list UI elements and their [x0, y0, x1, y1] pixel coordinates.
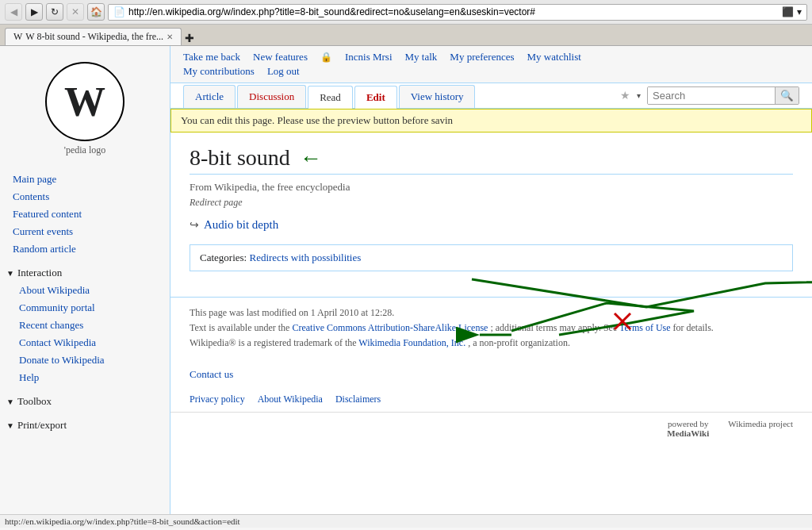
user-icon: 🔒 [320, 52, 332, 63]
terms-of-use-link[interactable]: Terms of Use [619, 322, 670, 333]
footer-logos: powered by MediaWiki Wikimedia project [667, 419, 793, 438]
footer-links: Privacy policy About Wikipedia Disclaime… [170, 387, 812, 412]
top-nav: Take me back New features 🔒 Incnis Mrsi … [170, 46, 812, 83]
log-out-link[interactable]: Log out [267, 65, 300, 78]
my-watchlist-link[interactable]: My watchlist [527, 51, 581, 63]
article-body: 8-bit sound ← From Wikipedia, the free e… [170, 132, 812, 297]
tab-bar: W W 8-bit sound - Wikipedia, the fre... … [0, 25, 812, 45]
toolbox-section-header[interactable]: ▼ Toolbox [0, 393, 170, 410]
tab-title: W 8-bit sound - Wikipedia, the fre... [25, 31, 163, 43]
powered-by-mediawiki: powered by MediaWiki [667, 419, 709, 438]
article-from-line: From Wikipedia, the free encyclopedia [190, 181, 793, 194]
sidebar-item-about-wikipedia[interactable]: About Wikipedia [0, 282, 170, 299]
contact-us-link[interactable]: Contact us [190, 368, 233, 380]
toolbox-label: Toolbox [17, 395, 52, 408]
interaction-sub-menu: About Wikipedia Community portal Recent … [0, 282, 170, 386]
browser-chrome: ◀ ▶ ↻ ✕ 🏠 📄 ⬛ ▾ W W 8-bit sound - Wikipe… [0, 0, 812, 46]
search-input[interactable] [648, 87, 775, 104]
sidebar-navigation: Main page Contents Featured content Curr… [0, 164, 170, 440]
page-tabs: Article Discussion Read Edit View histor… [183, 85, 475, 108]
tab-dropdown-arrow-icon[interactable]: ▾ [637, 91, 641, 100]
username-link[interactable]: Incnis Mrsi [345, 51, 393, 63]
top-nav-row2: My contributions Log out [183, 65, 300, 78]
toolbox-arrow-icon: ▼ [6, 398, 14, 406]
interaction-label: Interaction [17, 267, 62, 279]
print-export-label: Print/export [17, 419, 67, 432]
logo-w-letter: W [64, 79, 105, 125]
browser-toolbar: ◀ ▶ ↻ ✕ 🏠 📄 ⬛ ▾ [0, 0, 812, 25]
sidebar-item-community-portal[interactable]: Community portal [0, 299, 170, 317]
sidebar-item-recent-changes[interactable]: Recent changes [0, 317, 170, 334]
tab-discussion[interactable]: Discussion [237, 85, 306, 108]
last-modified-text: This page was last modified on 1 April 2… [190, 307, 793, 319]
print-export-arrow-icon: ▼ [6, 421, 14, 430]
sidebar-item-featured-content[interactable]: Featured content [0, 205, 170, 223]
redirect-target-link[interactable]: Audio bit depth [204, 218, 278, 232]
sidebar: W 'pedia logo Main page Contents Feature… [0, 46, 170, 514]
dropdown-arrow-url[interactable]: ▾ [797, 6, 802, 18]
my-talk-link[interactable]: My talk [405, 51, 438, 63]
trademark-prefix: Wikipedia® is a registered trademark of … [190, 337, 357, 348]
categories-link[interactable]: Redirects with possibilities [249, 252, 361, 263]
sidebar-item-contents[interactable]: Contents [0, 188, 170, 205]
status-bar: http://en.wikipedia.org/w/index.php?titl… [0, 514, 812, 528]
rss-icon: ⬛ [782, 6, 794, 18]
sidebar-item-current-events[interactable]: Current events [0, 223, 170, 240]
categories-label: Categories [200, 252, 244, 263]
tab-favicon: W [13, 31, 22, 43]
tab-read[interactable]: Read [308, 86, 353, 109]
tab-view-history[interactable]: View history [399, 85, 476, 108]
logo-area: W 'pedia logo [0, 54, 170, 164]
sidebar-item-random-article[interactable]: Random article [0, 240, 170, 258]
home-button[interactable]: 🏠 [87, 3, 105, 21]
trademark-line: Wikipedia® is a registered trademark of … [190, 337, 793, 349]
my-preferences-link[interactable]: My preferences [450, 51, 514, 63]
wikimedia-foundation-link[interactable]: Wikimedia Foundation, Inc. [358, 337, 465, 348]
stop-button[interactable]: ✕ [67, 3, 84, 21]
additional-terms-text: ; additional terms may apply. See [490, 322, 617, 333]
tab-article[interactable]: Article [183, 85, 236, 108]
logo-label: 'pedia logo [8, 144, 162, 156]
article-title-text: 8-bit sound [190, 145, 290, 171]
article-title: 8-bit sound ← [190, 145, 793, 175]
print-export-section-header[interactable]: ▼ Print/export [0, 417, 170, 434]
take-me-back-link[interactable]: Take me back [183, 51, 240, 63]
interaction-section-header[interactable]: ▼ Interaction [0, 264, 170, 282]
reload-button[interactable]: ↻ [46, 3, 63, 21]
search-button[interactable]: 🔍 [775, 87, 799, 104]
sidebar-item-main-page[interactable]: Main page [0, 171, 170, 188]
powered-by-text: powered by [667, 419, 709, 428]
url-input[interactable] [128, 6, 779, 17]
redirect-line: ↪ Audio bit depth [190, 218, 793, 232]
about-wikipedia-link[interactable]: About Wikipedia [258, 394, 323, 405]
sidebar-item-help[interactable]: Help [0, 369, 170, 386]
cc-license-link[interactable]: Creative Commons Attribution-ShareAlike … [292, 322, 488, 333]
redirect-arrow-icon: ↪ [190, 218, 199, 232]
sidebar-item-contact-wikipedia[interactable]: Contact Wikipedia [0, 334, 170, 351]
categories-colon: : [244, 252, 247, 263]
for-details-text: for details. [673, 322, 714, 333]
tab-edit[interactable]: Edit [354, 86, 397, 109]
wikimedia-project-logo: Wikimedia project [728, 419, 793, 438]
top-nav-row1: Take me back New features 🔒 Incnis Mrsi … [183, 51, 799, 63]
sidebar-item-donate[interactable]: Donate to Wikipedia [0, 351, 170, 369]
new-features-link[interactable]: New features [253, 51, 308, 63]
privacy-policy-link[interactable]: Privacy policy [190, 394, 245, 405]
forward-button[interactable]: ▶ [25, 3, 43, 21]
back-button[interactable]: ◀ [5, 3, 22, 21]
star-icon[interactable]: ★ [620, 89, 630, 102]
text-available-prefix: Text is available under the [190, 322, 289, 333]
arrow-annotation: ← [300, 145, 322, 171]
my-contributions-link[interactable]: My contributions [183, 65, 255, 78]
article-footer: This page was last modified on 1 April 2… [170, 297, 812, 362]
address-bar: 📄 ⬛ ▾ [108, 4, 807, 21]
nonprofit-text: , a non-profit organization. [468, 337, 570, 348]
new-tab-button[interactable]: ✚ [185, 32, 194, 45]
tab-close-button[interactable]: ✕ [167, 33, 173, 41]
status-url: http://en.wikipedia.org/w/index.php?titl… [5, 517, 240, 526]
footer-bottom: powered by MediaWiki Wikimedia project [170, 412, 812, 444]
text-available-line: Text is available under the Creative Com… [190, 322, 793, 334]
browser-tab[interactable]: W W 8-bit sound - Wikipedia, the fre... … [5, 28, 182, 45]
disclaimers-link[interactable]: Disclaimers [335, 394, 381, 405]
wiki-page: W 'pedia logo Main page Contents Feature… [0, 46, 812, 514]
